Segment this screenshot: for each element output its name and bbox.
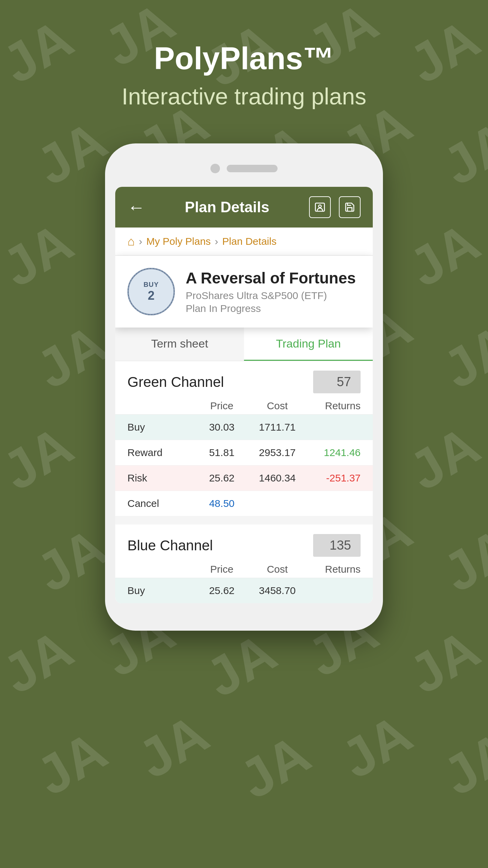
green-risk-price: 25.62 [194,472,250,484]
plan-badge: BUY 2 [127,268,175,315]
phone-frame: ← Plan Details [105,143,383,631]
tab-termsheet[interactable]: Term sheet [115,328,244,361]
breadcrumb: ⌂ › My Poly Plans › Plan Details [115,228,373,256]
green-risk-type: Risk [127,472,194,484]
green-channel-section: Green Channel 57 Price Cost Returns Buy … [115,361,373,516]
plan-subtitle: ProShares Ultra S&P500 (ETF) [186,290,361,301]
green-buy-price: 30.03 [194,421,250,433]
green-channel-label: Green Channel [127,374,224,390]
app-title: PolyPlans™ [154,41,334,76]
green-risk-row: Risk 25.62 1460.34 -251.37 [115,466,373,491]
green-risk-returns: -251.37 [305,472,361,484]
blue-col-cost-header: Cost [249,564,305,575]
save-button[interactable] [339,196,361,218]
blue-channel-header: Blue Channel 135 [115,525,373,561]
plan-info: A Reversal of Fortunes ProShares Ultra S… [186,269,361,314]
green-buy-cost: 1711.71 [249,421,305,433]
contact-button[interactable] [309,196,331,218]
tabs: Term sheet Trading Plan [115,328,373,361]
green-buy-type: Buy [127,421,194,433]
green-reward-price: 51.81 [194,447,250,458]
blue-buy-type: Buy [127,585,194,596]
plan-card: BUY 2 A Reversal of Fortunes ProShares U… [115,256,373,328]
plan-name: A Reversal of Fortunes [186,269,361,287]
breadcrumb-home-icon[interactable]: ⌂ [127,234,135,249]
blue-col-headers: Price Cost Returns [115,561,373,578]
green-reward-cost: 2953.17 [249,447,305,458]
breadcrumb-current: Plan Details [222,236,277,247]
col-cost-header: Cost [249,400,305,412]
app-subtitle: Interactive trading plans [122,83,366,110]
green-cancel-type: Cancel [127,498,194,509]
green-col-headers: Price Cost Returns [115,397,373,415]
green-cancel-row: Cancel 48.50 [115,491,373,516]
blue-buy-cost: 3458.70 [249,585,305,596]
green-reward-returns: 1241.46 [305,447,361,458]
blue-buy-price: 25.62 [194,585,250,596]
green-channel-header: Green Channel 57 [115,361,373,397]
blue-channel-section: Blue Channel 135 Price Cost Returns Buy … [115,525,373,604]
blue-channel-value: 135 [313,534,361,557]
blue-channel-label: Blue Channel [127,537,213,554]
plan-status: Plan In Progress [186,303,361,314]
stamp-ring [127,268,175,315]
green-channel-value: 57 [313,371,361,393]
col-returns-header: Returns [305,400,361,412]
col-price-header: Price [194,400,250,412]
app-bar: ← Plan Details [115,187,373,228]
green-reward-type: Reward [127,447,194,458]
appbar-title: Plan Details [185,199,269,216]
back-button[interactable]: ← [127,197,145,217]
green-buy-row: Buy 30.03 1711.71 [115,415,373,440]
green-cancel-price: 48.50 [194,498,250,509]
blue-col-returns-header: Returns [305,564,361,575]
breadcrumb-sep-2: › [215,236,218,247]
section-divider [115,516,373,525]
breadcrumb-sep-1: › [139,236,142,247]
phone-camera [210,164,220,173]
green-risk-cost: 1460.34 [249,472,305,484]
svg-point-2 [319,205,321,208]
blue-col-price-header: Price [194,564,250,575]
tab-tradingplan[interactable]: Trading Plan [244,328,373,361]
green-reward-row: Reward 51.81 2953.17 1241.46 [115,440,373,466]
appbar-icons [309,196,361,218]
breadcrumb-myplans[interactable]: My Poly Plans [146,236,211,247]
phone-screen: ← Plan Details [115,187,373,604]
phone-speaker [227,165,278,172]
blue-buy-row: Buy 25.62 3458.70 [115,578,373,604]
